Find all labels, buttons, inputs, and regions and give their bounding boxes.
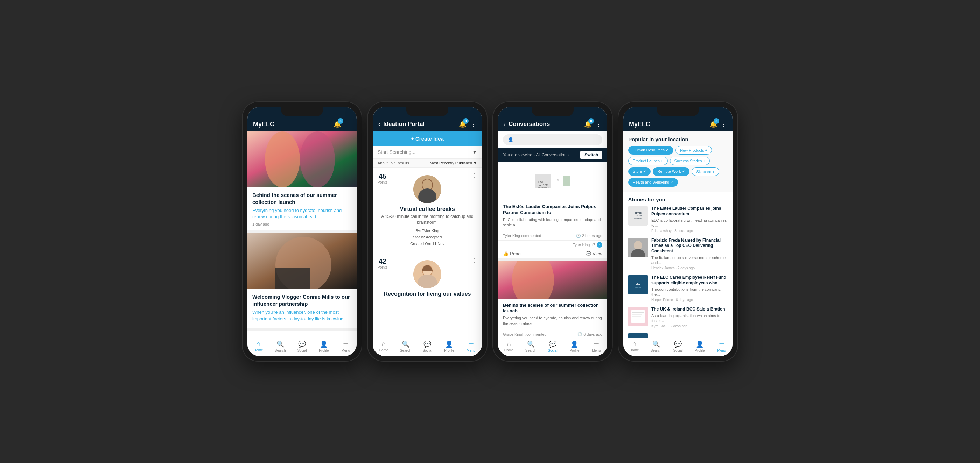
tags-wrap: Human Resources ✓ New Products + Product… [628,146,728,187]
nav-search-1[interactable]: 🔍 Search [269,340,291,352]
nav-search-2[interactable]: 🔍 Search [395,340,416,352]
nav-menu-4[interactable]: ☰ Menu [711,340,733,352]
results-bar: About 157 Results Most Recently Publishe… [373,159,482,168]
nav-label-menu-3: Menu [592,349,601,352]
back-arrow-3[interactable]: ‹ [504,121,506,128]
tag-new-products[interactable]: New Products + [676,146,712,155]
view-button-1[interactable]: 💬 View [585,251,602,256]
more-icon-2[interactable]: ⋮ [470,120,476,128]
conv-card-2[interactable]: Behind the scenes of our summer collecti… [498,260,607,338]
nav-label-search-1: Search [275,349,286,352]
svg-text:ESTÉE: ESTÉE [538,181,547,184]
news-card-1[interactable]: Behind the scenes of our summer collecti… [247,132,356,233]
back-arrow-2[interactable]: ‹ [379,121,380,128]
more-icon-3[interactable]: ⋮ [595,120,601,128]
nav-profile-2[interactable]: 👤 Profile [438,340,460,352]
idea-card-2[interactable]: 42 Points ⋮ [373,252,482,304]
nav-home-1[interactable]: ⌂ Home [247,340,269,352]
tag-health-wellbeing[interactable]: Health and Wellbeing ✓ [628,178,678,187]
story-body-2: Fabrizio Freda Named by Financial Times … [651,238,728,270]
menu-icon-4: ☰ [719,340,724,348]
nav-home-4[interactable]: ⌂ Home [624,340,645,352]
phone3-title: Conversations [509,121,581,128]
nav-search-4[interactable]: 🔍 Search [645,340,667,352]
story-meta-3: Harper Prince · 6 days ago [651,298,728,302]
social-icon-2: 💬 [423,340,431,348]
story-item-5[interactable] [628,333,728,338]
nav-social-1[interactable]: 💬 Social [291,340,313,352]
bell-icon-4[interactable]: 🔔 8 [710,120,717,128]
results-count: About 157 Results [378,161,409,165]
nav-menu-2[interactable]: ☰ Menu [460,340,482,352]
idea-more-1[interactable]: ⋮ [471,173,477,179]
nav-label-menu-2: Menu [466,349,475,352]
nav-social-4[interactable]: 💬 Social [667,340,689,352]
conv-search-input[interactable]: 👤 [503,134,602,145]
profile-icon-4: 👤 [696,340,703,348]
tag-remote-work[interactable]: Remote Work ✓ [653,167,689,176]
results-sort[interactable]: Most Recently Published ▼ [430,161,477,165]
react-button-1[interactable]: 👍 React [503,251,522,256]
more-icon-1[interactable]: ⋮ [345,120,351,128]
notification-badge-3: 8 [589,118,594,124]
idea-more-2[interactable]: ⋮ [471,257,477,264]
more-icon-4[interactable]: ⋮ [721,120,727,128]
news-img-placeholder-1 [247,132,356,187]
conv-text-1: ELC is collaborating with leading compan… [503,217,602,228]
stories-title: Stories for you [628,197,728,203]
tag-product-launch[interactable]: Product Launch + [628,157,668,165]
story-item-3[interactable]: ELC CARES The ELC Cares Employee Relief … [628,275,728,302]
idea-points-num-2: 42 [378,257,387,265]
bell-icon-1[interactable]: 🔔 8 [334,120,341,128]
search-icon-1: 🔍 [277,340,284,348]
conv-card-1[interactable]: ESTÉE LAUDER COMPANIES × The Estée Laude… [498,162,607,260]
idea-card-1[interactable]: 45 Points ⋮ [373,168,482,252]
phone2-header-icons: 🔔 8 ⋮ [459,120,476,128]
nav-menu-3[interactable]: ☰ Menu [585,340,607,352]
bell-icon-2[interactable]: 🔔 8 [459,120,466,128]
conv-text-2: Everything you need to hydrate, nourish … [503,316,602,326]
avatar-man-1 [414,175,441,203]
phone4-bottom-nav: ⌂ Home 🔍 Search 💬 Social 👤 Profile ☰ [624,338,733,356]
nav-social-2[interactable]: 💬 Social [417,340,438,352]
nav-profile-3[interactable]: 👤 Profile [563,340,585,352]
story-item-2[interactable]: Fabrizio Freda Named by Financial Times … [628,238,728,270]
news-title-2: Welcoming Vlogger Connie Mills to our in… [252,293,352,307]
nav-home-3[interactable]: ⌂ Home [498,340,520,352]
filter-icon-2[interactable]: ▼ [472,149,477,155]
story-body-4: The UK & Ireland BCC Sale-a-Bration As a… [651,307,728,328]
news-body-2: Welcoming Vlogger Connie Mills to our in… [247,289,356,328]
phone3-header-icons: 🔔 8 ⋮ [584,120,601,128]
phone1-header-icons: 🔔 8 ⋮ [334,120,351,128]
svg-text:COMPANIES: COMPANIES [536,187,549,189]
story-desc-4: As a learning organization which aims to… [651,313,728,323]
story-body-3: The ELC Cares Employee Relief Fund suppo… [651,275,728,302]
tag-success-stories[interactable]: Success Stories + [670,157,710,165]
svg-rect-36 [632,314,642,315]
svg-point-2 [300,132,335,187]
nav-profile-4[interactable]: 👤 Profile [689,340,711,352]
news-card-2[interactable]: Welcoming Vlogger Connie Mills to our in… [247,233,356,331]
switch-button[interactable]: Switch [580,151,602,159]
nav-search-3[interactable]: 🔍 Search [520,340,541,352]
story-item-4[interactable]: The UK & Ireland BCC Sale-a-Bration As a… [628,307,728,328]
nav-label-home-3: Home [504,348,514,352]
story-thumb-1: ESTÉE LAUDER COMPANIES [628,206,648,225]
tag-store[interactable]: Store ✓ [628,167,651,176]
tag-skincare[interactable]: Skincare + [692,167,719,176]
create-idea-button[interactable]: + Create Idea [373,132,482,146]
svg-text:LAUDER: LAUDER [538,184,548,186]
home-icon-3: ⌂ [507,340,511,347]
nav-label-profile-3: Profile [570,349,579,352]
svg-point-22 [512,260,554,299]
idea-search-text[interactable]: Start Searching... [378,149,472,155]
nav-menu-1[interactable]: ☰ Menu [335,340,356,352]
nav-social-3[interactable]: 💬 Social [542,340,563,352]
bell-icon-3[interactable]: 🔔 8 [584,120,592,128]
conv-footer-2: Grace Knight commented 🕐 6 days ago [498,330,607,338]
story-item-1[interactable]: ESTÉE LAUDER COMPANIES The Estée Lauder … [628,206,728,233]
news-image-1 [247,132,356,187]
nav-home-2[interactable]: ⌂ Home [373,340,395,352]
tag-human-resources[interactable]: Human Resources ✓ [628,146,673,155]
nav-profile-1[interactable]: 👤 Profile [313,340,335,352]
